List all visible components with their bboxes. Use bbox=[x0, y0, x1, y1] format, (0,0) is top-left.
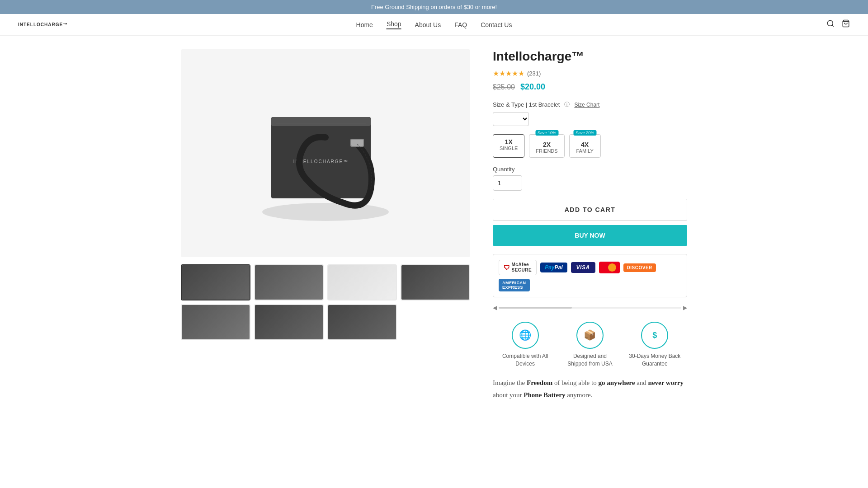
shipped-icon: 📦 bbox=[576, 322, 604, 349]
original-price: $25.00 bbox=[493, 83, 515, 91]
cart-button[interactable] bbox=[842, 19, 850, 30]
trust-item-money-back: $ 30-Days Money Back Guarantee bbox=[627, 322, 682, 368]
nav-home[interactable]: Home bbox=[356, 21, 373, 28]
thumbnail-grid-2 bbox=[181, 304, 470, 340]
main-content: INTELLOCHARGE™ bbox=[163, 49, 705, 401]
size-chart-link[interactable]: Size Chart bbox=[574, 102, 599, 108]
sale-price: $20.00 bbox=[520, 82, 545, 92]
qty-sub-2x: FRIENDS bbox=[536, 148, 557, 154]
header: INTELLOCHARGE™ Home Shop About Us FAQ Co… bbox=[0, 14, 868, 36]
svg-point-0 bbox=[827, 20, 833, 26]
badge-amex: AMERICANEXPRESS bbox=[499, 279, 530, 291]
info-icon: ⓘ bbox=[564, 101, 570, 108]
qty-option-1x[interactable]: 1X SINGLE bbox=[493, 134, 524, 158]
qty-badge-4x: Save 20% bbox=[573, 130, 596, 136]
compatible-icon: 🌐 bbox=[512, 322, 539, 349]
scroll-right-arrow[interactable]: ▶ bbox=[683, 305, 687, 311]
svg-rect-9 bbox=[351, 140, 363, 146]
badge-paypal: PayPal bbox=[540, 263, 567, 272]
badge-mastercard bbox=[599, 262, 620, 273]
thumbnail-1[interactable] bbox=[181, 264, 250, 300]
thumbnail-3[interactable] bbox=[327, 264, 397, 300]
review-count: (231) bbox=[527, 70, 541, 77]
top-banner: Free Ground Shipping on orders of $30 or… bbox=[0, 0, 868, 14]
money-back-icon: $ bbox=[641, 322, 668, 349]
nav-shop[interactable]: Shop bbox=[387, 20, 401, 29]
nav-contact[interactable]: Contact Us bbox=[481, 21, 512, 28]
scroll-left-arrow[interactable]: ◀ bbox=[493, 305, 497, 311]
trust-label-shipped: Designed and Shipped from USA bbox=[563, 352, 617, 368]
size-select[interactable]: S M L XL bbox=[493, 112, 529, 126]
thumbnail-7[interactable] bbox=[327, 304, 397, 340]
scroll-track bbox=[499, 307, 681, 309]
badge-discover: DISCOVER bbox=[623, 263, 656, 272]
product-images: INTELLOCHARGE™ bbox=[181, 49, 470, 401]
price-row: $25.00 $20.00 bbox=[493, 82, 687, 92]
nav-faq[interactable]: FAQ bbox=[454, 21, 467, 28]
main-product-image: INTELLOCHARGE™ bbox=[181, 49, 470, 257]
nav-about[interactable]: About Us bbox=[415, 21, 441, 28]
qty-main-1x: 1X bbox=[500, 138, 518, 145]
search-button[interactable] bbox=[826, 19, 835, 30]
product-info: Intellocharge™ ★★★★★ (231) $25.00 $20.00… bbox=[493, 49, 687, 401]
qty-option-4x[interactable]: Save 20% 4X FAMILY bbox=[569, 134, 601, 158]
product-title: Intellocharge™ bbox=[493, 49, 687, 64]
mcafee-shield-icon: 🛡 bbox=[504, 264, 510, 271]
badge-mcafee: 🛡 McAfeeSECURE bbox=[499, 260, 537, 275]
stars-row: ★★★★★ (231) bbox=[493, 69, 687, 78]
thumbnail-4[interactable] bbox=[401, 264, 470, 300]
quantity-label: Quantity bbox=[493, 166, 687, 173]
logo-text: INTELLOCHARGE™ bbox=[18, 22, 68, 27]
add-to-cart-button[interactable]: ADD TO CART bbox=[493, 199, 687, 221]
logo[interactable]: INTELLOCHARGE™ bbox=[18, 22, 68, 27]
svg-rect-4 bbox=[271, 117, 371, 198]
trust-item-compatible: 🌐 Compatible with All Devices bbox=[498, 322, 552, 368]
product-description: Imagine the Freedom of being able to go … bbox=[493, 377, 687, 401]
mc-circle-right bbox=[608, 263, 616, 272]
size-label: Size & Type | 1st Bracelet bbox=[493, 101, 560, 108]
payment-scroll: ◀ ▶ bbox=[493, 305, 687, 311]
thumbnail-2[interactable] bbox=[254, 264, 324, 300]
qty-sub-4x: FAMILY bbox=[576, 148, 594, 154]
search-icon bbox=[826, 19, 835, 28]
qty-badge-2x: Save 10% bbox=[535, 130, 558, 136]
trust-label-compatible: Compatible with All Devices bbox=[498, 352, 552, 368]
cart-icon bbox=[842, 19, 850, 28]
scroll-thumb bbox=[499, 307, 572, 309]
qty-sub-1x: SINGLE bbox=[500, 145, 518, 151]
star-rating: ★★★★★ bbox=[493, 69, 524, 78]
header-actions bbox=[826, 19, 850, 30]
size-label-row: Size & Type | 1st Bracelet ⓘ Size Chart bbox=[493, 101, 687, 108]
thumbnail-6[interactable] bbox=[254, 304, 324, 340]
svg-line-1 bbox=[832, 25, 833, 26]
trust-icons: 🌐 Compatible with All Devices 📦 Designed… bbox=[493, 318, 687, 368]
svg-point-3 bbox=[262, 203, 389, 221]
badge-visa: VISA bbox=[571, 262, 595, 273]
thumbnail-5[interactable] bbox=[181, 304, 250, 340]
qty-main-4x: 4X bbox=[576, 141, 594, 148]
qty-option-2x[interactable]: Save 10% 2X FRIENDS bbox=[529, 134, 564, 158]
buy-now-button[interactable]: BUY NOW bbox=[493, 225, 687, 246]
quantity-input[interactable] bbox=[493, 175, 522, 191]
qty-main-2x: 2X bbox=[536, 141, 557, 148]
banner-text: Free Ground Shipping on orders of $30 or… bbox=[371, 4, 497, 10]
trust-item-shipped: 📦 Designed and Shipped from USA bbox=[563, 322, 617, 368]
trust-label-money-back: 30-Days Money Back Guarantee bbox=[627, 352, 682, 368]
main-nav: Home Shop About Us FAQ Contact Us bbox=[356, 20, 512, 29]
thumbnail-grid bbox=[181, 264, 470, 300]
payment-badges: 🛡 McAfeeSECURE PayPal VISA DISCOVER AMER… bbox=[493, 254, 687, 297]
quantity-options: 1X SINGLE Save 10% 2X FRIENDS Save 20% 4… bbox=[493, 134, 687, 158]
svg-rect-5 bbox=[271, 117, 371, 126]
product-svg: INTELLOCHARGE™ bbox=[244, 72, 407, 235]
